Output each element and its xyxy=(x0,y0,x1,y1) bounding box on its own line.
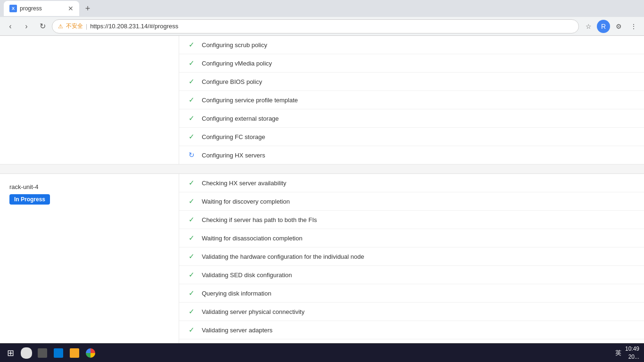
taskbar-chrome[interactable] xyxy=(83,346,98,361)
task-label: Waiting for discovery completion xyxy=(202,198,290,205)
task-row: ✓ Configuring service profile template xyxy=(179,91,644,109)
task-row: ✓ Validating server physical connectivit… xyxy=(179,303,644,321)
status-badge: In Progress xyxy=(9,194,50,205)
check-icon: ✓ xyxy=(187,252,196,261)
check-icon: ✓ xyxy=(187,215,196,224)
spinner-icon: ↻ xyxy=(187,151,196,159)
task-label: Configuring vMedia policy xyxy=(202,60,272,67)
check-icon: ✓ xyxy=(187,77,196,86)
check-icon: ✓ xyxy=(187,197,196,206)
task-row: ✓ Querying disk information xyxy=(179,284,644,303)
reload-button[interactable]: ↻ xyxy=(36,20,49,33)
taskbar-task-view[interactable] xyxy=(35,346,50,361)
check-icon: ✓ xyxy=(187,59,196,67)
section-divider xyxy=(0,165,644,174)
check-icon: ✓ xyxy=(187,179,196,187)
check-icon: ✓ xyxy=(187,41,196,49)
task-row: ✓ Validating SED disk configuration xyxy=(179,266,644,284)
task-row: ✓ Validating the hardware configuration … xyxy=(179,247,644,266)
tab-label: progress xyxy=(20,5,65,12)
rack-unit-tasks: ✓ Checking HX server availability ✓ Wait… xyxy=(179,174,644,343)
rack-unit-section: rack-unit-4 In Progress ✓ Checking HX se… xyxy=(0,174,644,343)
task-label: Configuring external storage xyxy=(202,115,279,122)
start-button[interactable]: ⊞ xyxy=(3,346,18,361)
task-label: Validating SED disk configuration xyxy=(202,272,292,279)
task-row: ✓ Waiting for disassociation completion xyxy=(179,229,644,247)
check-icon: ✓ xyxy=(187,96,196,104)
taskbar: ⊞ 英 10:49 20... xyxy=(0,343,644,362)
task-row: ✓ Validating server adapters xyxy=(179,321,644,339)
task-row: ✓ Checking if server has path to both th… xyxy=(179,211,644,229)
task-row: ✓ Configuring scrub policy xyxy=(179,36,644,54)
toolbar-icons: ☆ R ⚙ ⋮ xyxy=(582,20,640,33)
profile-button[interactable]: R xyxy=(597,20,610,33)
input-method: 英 xyxy=(615,349,621,357)
tab-close-button[interactable]: ✕ xyxy=(68,5,74,12)
check-icon: ✓ xyxy=(187,326,196,334)
check-icon: ✓ xyxy=(187,289,196,297)
tab-bar: X progress ✕ + xyxy=(0,0,644,17)
security-warning-icon: ⚠ xyxy=(58,23,63,30)
forward-button[interactable]: › xyxy=(20,20,33,33)
task-label: Configuring service profile template xyxy=(202,97,298,104)
scroll-area[interactable]: ✓ Configuring scrub policy ✓ Configuring… xyxy=(0,36,644,343)
task-label: Validating server physical connectivity xyxy=(202,308,305,315)
task-row: ✓ Configuring external storage xyxy=(179,109,644,128)
address-bar[interactable]: ⚠ 不安全 | https://10.208.231.14/#/progress xyxy=(52,19,579,33)
check-icon: ✓ xyxy=(187,307,196,316)
progress-container: ✓ Configuring scrub policy ✓ Configuring… xyxy=(0,36,644,343)
tab-favicon: X xyxy=(9,5,17,12)
task-label: Configure BIOS policy xyxy=(202,78,262,85)
back-button[interactable]: ‹ xyxy=(4,20,17,33)
extensions-button[interactable]: ⚙ xyxy=(612,20,625,33)
check-icon: ✓ xyxy=(187,114,196,123)
task-row: ✓ Configure BIOS policy xyxy=(179,73,644,91)
time-display: 10:49 20... xyxy=(625,345,639,361)
rack-unit-section-left: rack-unit-4 In Progress xyxy=(0,174,179,343)
page-content: ✓ Configuring scrub policy ✓ Configuring… xyxy=(0,36,644,343)
task-label: Checking HX server availability xyxy=(202,180,286,187)
address-separator: | xyxy=(86,23,87,30)
task-label: Querying disk information xyxy=(202,290,271,297)
upper-section-left xyxy=(0,36,179,164)
upper-section: ✓ Configuring scrub policy ✓ Configuring… xyxy=(0,36,644,165)
task-label: Configuring HX servers xyxy=(202,152,265,159)
taskbar-edge[interactable] xyxy=(51,346,66,361)
taskbar-search[interactable] xyxy=(19,346,34,361)
active-tab[interactable]: X progress ✕ xyxy=(4,1,79,16)
task-row: ↻ Configuring HX servers xyxy=(179,146,644,164)
clock-date: 20... xyxy=(625,353,639,361)
security-warning-text: 不安全 xyxy=(66,22,83,30)
menu-button[interactable]: ⋮ xyxy=(627,20,640,33)
task-label: Configuring scrub policy xyxy=(202,41,267,49)
task-row: ✓ Checking HX server availability xyxy=(179,174,644,192)
task-label: Checking if server has path to both the … xyxy=(202,216,317,223)
task-label: Waiting for disassociation completion xyxy=(202,235,302,242)
rack-unit-name: rack-unit-4 xyxy=(9,183,38,190)
check-icon: ✓ xyxy=(187,271,196,279)
task-row: ✓ Configuring FC storage xyxy=(179,128,644,146)
check-icon: ✓ xyxy=(187,234,196,242)
taskbar-explorer[interactable] xyxy=(67,346,82,361)
bookmark-button[interactable]: ☆ xyxy=(582,20,595,33)
task-label: Configuring FC storage xyxy=(202,133,265,140)
task-row: ✓ Validating SD card configuration xyxy=(179,339,644,343)
taskbar-right-area: 英 10:49 20... xyxy=(615,345,641,361)
browser-toolbar: ‹ › ↻ ⚠ 不安全 | https://10.208.231.14/#/pr… xyxy=(0,17,644,36)
upper-section-tasks: ✓ Configuring scrub policy ✓ Configuring… xyxy=(179,36,644,164)
clock-time: 10:49 xyxy=(625,345,639,353)
browser-frame: X progress ✕ + ‹ › ↻ ⚠ 不安全 | https://10.… xyxy=(0,0,644,362)
check-icon: ✓ xyxy=(187,132,196,141)
task-label: Validating server adapters xyxy=(202,327,272,334)
task-label: Validating the hardware configuration fo… xyxy=(202,253,364,260)
task-row: ✓ Waiting for discovery completion xyxy=(179,192,644,211)
task-row: ✓ Configuring vMedia policy xyxy=(179,54,644,73)
new-tab-button[interactable]: + xyxy=(81,2,94,15)
address-text: https://10.208.231.14/#/progress xyxy=(90,23,178,30)
